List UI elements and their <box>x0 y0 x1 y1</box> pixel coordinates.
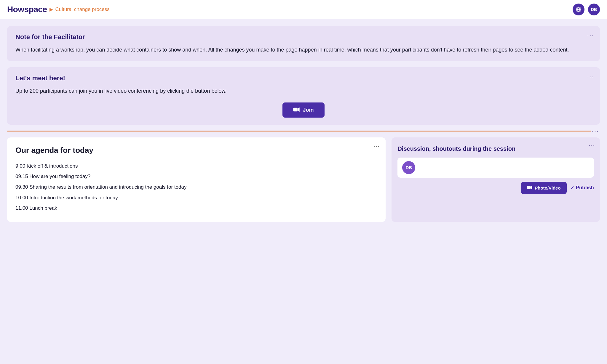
facilitator-note-card: ··· Note for the Facilitator When facili… <box>7 26 600 61</box>
video-section-card: ··· Let's meet here! Up to 200 participa… <box>7 67 600 125</box>
agenda-item: 09.15 How are you feeling today? <box>15 171 377 182</box>
discussion-avatar: DB <box>402 161 415 174</box>
join-button[interactable]: Join <box>282 102 324 118</box>
main-content: ··· Note for the Facilitator When facili… <box>0 19 607 222</box>
check-icon: ✓ <box>570 185 574 191</box>
svg-rect-2 <box>293 108 298 111</box>
discussion-menu[interactable]: ··· <box>589 142 595 148</box>
publish-button[interactable]: ✓ Publish <box>570 185 594 191</box>
agenda-items: 9.00 Kick off & introductions 09.15 How … <box>15 161 377 214</box>
discussion-input-row: DB <box>397 158 594 178</box>
agenda-item: 10.00 Introduction the work methods for … <box>15 193 377 203</box>
orange-divider <box>7 131 600 132</box>
facilitator-note-menu[interactable]: ··· <box>587 32 594 39</box>
discussion-title: Discussion, shoutouts during the session <box>397 145 594 153</box>
svg-marker-3 <box>298 107 300 111</box>
video-section-menu[interactable]: ··· <box>587 73 594 80</box>
divider-menu[interactable]: ··· <box>591 128 600 134</box>
agenda-title: Our agenda for today <box>15 146 377 155</box>
video-section-body: Up to 200 participants can join you in l… <box>15 87 592 95</box>
breadcrumb-link[interactable]: Cultural change process <box>55 7 110 12</box>
user-avatar[interactable]: DB <box>588 4 600 15</box>
agenda-item: 09.30 Sharing the results from orientati… <box>15 182 377 193</box>
camera-small-icon <box>527 185 532 190</box>
svg-marker-5 <box>531 186 532 189</box>
agenda-item: 11.00 Lunch break <box>15 203 377 214</box>
two-column-layout: ··· Our agenda for today 9.00 Kick off &… <box>7 137 600 222</box>
discussion-card: ··· Discussion, shoutouts during the ses… <box>392 137 600 222</box>
app-logo: Howspace <box>7 5 47 14</box>
svg-rect-4 <box>527 186 531 189</box>
globe-icon-button[interactable] <box>573 4 584 15</box>
photo-video-button[interactable]: Photo/Video <box>521 182 566 194</box>
agenda-card: ··· Our agenda for today 9.00 Kick off &… <box>7 137 386 222</box>
agenda-menu[interactable]: ··· <box>373 143 380 150</box>
discussion-input[interactable] <box>418 165 589 170</box>
facilitator-note-body: When facilitating a workshop, you can de… <box>15 46 592 54</box>
breadcrumb-separator: ▶ <box>49 7 53 12</box>
divider-section: ··· <box>7 131 600 132</box>
discussion-actions: Photo/Video ✓ Publish <box>397 182 594 194</box>
app-header: Howspace ▶ Cultural change process DB <box>0 0 607 19</box>
facilitator-note-title: Note for the Facilitator <box>15 33 592 41</box>
video-section-title: Let's meet here! <box>15 74 592 82</box>
header-actions: DB <box>573 4 600 15</box>
agenda-item: 9.00 Kick off & introductions <box>15 161 377 171</box>
camera-icon <box>293 107 300 113</box>
